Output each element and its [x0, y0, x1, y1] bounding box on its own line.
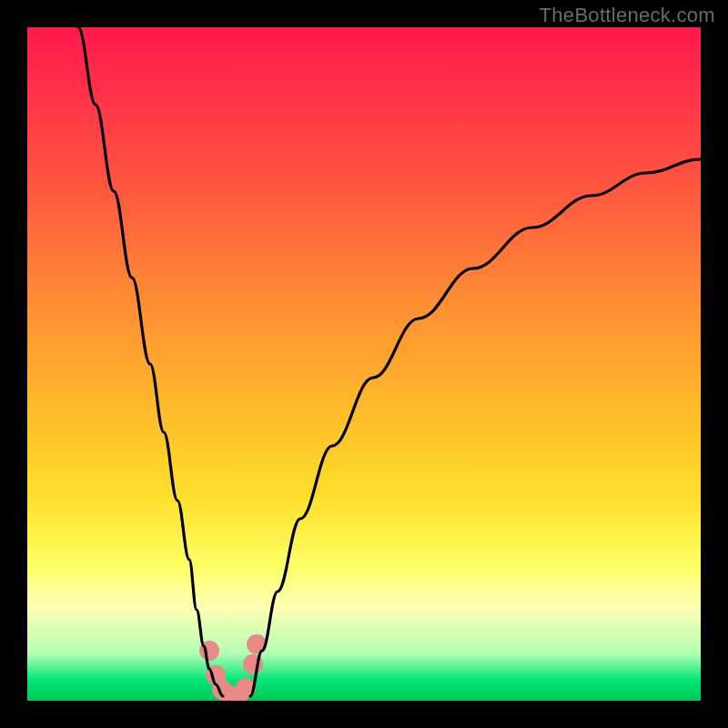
curve-right-branch	[250, 159, 701, 696]
plot-area	[27, 27, 701, 701]
curve-left-branch	[78, 27, 223, 696]
watermark-text: TheBottleneck.com	[540, 4, 715, 27]
curve-svg	[27, 27, 701, 701]
chart-frame: TheBottleneck.com	[0, 0, 728, 728]
